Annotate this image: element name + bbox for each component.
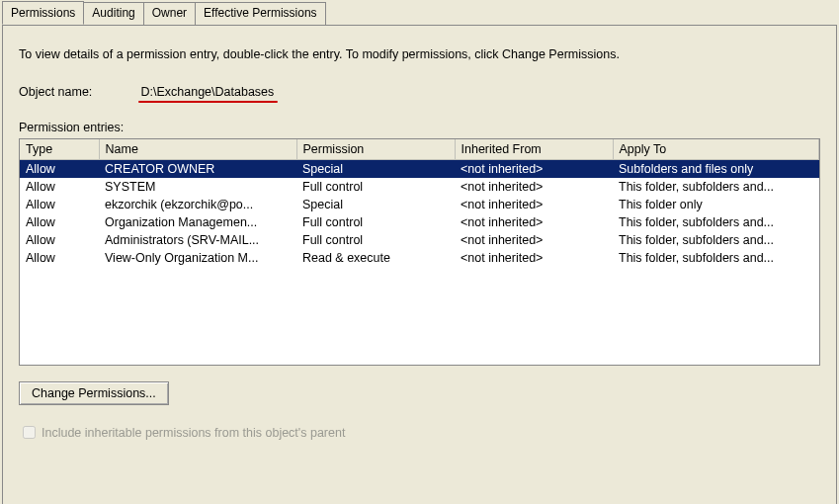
cell-permission: Read & execute (296, 249, 455, 267)
cell-name: View-Only Organization M... (99, 249, 296, 267)
cell-apply: This folder only (613, 196, 819, 213)
cell-apply: This folder, subfolders and... (613, 249, 819, 267)
include-inheritable-row: Include inheritable permissions from thi… (19, 423, 820, 442)
cell-type: Allow (20, 178, 99, 196)
cell-inherited: <not inherited> (455, 196, 613, 213)
include-inheritable-checkbox (23, 426, 36, 439)
tab-panel-permissions: To view details of a permission entry, d… (2, 25, 837, 504)
col-inherited-from[interactable]: Inherited From (455, 139, 613, 160)
cell-name: Administrators (SRV-MAIL... (99, 231, 296, 249)
cell-apply: Subfolders and files only (613, 160, 819, 179)
col-name[interactable]: Name (99, 139, 296, 160)
cell-type: Allow (20, 196, 99, 213)
entries-label: Permission entries: (19, 121, 820, 134)
instructions-text: To view details of a permission entry, d… (19, 47, 820, 61)
cell-permission: Full control (296, 178, 455, 196)
cell-inherited: <not inherited> (455, 160, 613, 179)
permission-entries-grid[interactable]: Type Name Permission Inherited From Appl… (19, 138, 820, 366)
col-permission[interactable]: Permission (296, 139, 455, 160)
object-name-row: Object name: D:\Exchange\Databases (19, 85, 820, 99)
object-name-label: Object name: (19, 85, 137, 99)
table-row[interactable]: AllowView-Only Organization M...Read & e… (20, 249, 819, 267)
cell-name: SYSTEM (99, 178, 296, 196)
cell-inherited: <not inherited> (455, 213, 613, 231)
cell-permission: Special (296, 160, 455, 179)
cell-type: Allow (20, 231, 99, 249)
tab-owner[interactable]: Owner (143, 2, 196, 25)
tab-effective-permissions[interactable]: Effective Permissions (195, 2, 326, 25)
cell-inherited: <not inherited> (455, 231, 613, 249)
col-apply-to[interactable]: Apply To (613, 139, 819, 160)
tab-bar: Permissions Auditing Owner Effective Per… (0, 0, 839, 25)
cell-type: Allow (20, 213, 99, 231)
cell-type: Allow (20, 160, 99, 179)
cell-name: CREATOR OWNER (99, 160, 296, 179)
cell-type: Allow (20, 249, 99, 267)
table-row[interactable]: Allowekzorchik (ekzorchik@po...Special<n… (20, 196, 819, 213)
cell-inherited: <not inherited> (455, 249, 613, 267)
cell-apply: This folder, subfolders and... (613, 178, 819, 196)
cell-permission: Full control (296, 231, 455, 249)
table-row[interactable]: AllowSYSTEMFull control<not inherited>Th… (20, 178, 819, 196)
tab-auditing[interactable]: Auditing (83, 2, 143, 25)
cell-apply: This folder, subfolders and... (613, 213, 819, 231)
include-inheritable-label: Include inheritable permissions from thi… (42, 426, 345, 440)
table-row[interactable]: AllowCREATOR OWNERSpecial<not inherited>… (20, 160, 819, 179)
cell-apply: This folder, subfolders and... (613, 231, 819, 249)
tab-permissions[interactable]: Permissions (2, 1, 84, 25)
change-permissions-button[interactable]: Change Permissions... (19, 381, 169, 405)
column-header-row[interactable]: Type Name Permission Inherited From Appl… (20, 139, 819, 160)
table-row[interactable]: AllowOrganization Managemen...Full contr… (20, 213, 819, 231)
object-name-value: D:\Exchange\Databases (140, 85, 274, 99)
table-row[interactable]: AllowAdministrators (SRV-MAIL...Full con… (20, 231, 819, 249)
cell-permission: Full control (296, 213, 455, 231)
cell-name: ekzorchik (ekzorchik@po... (99, 196, 296, 213)
col-type[interactable]: Type (20, 139, 99, 160)
cell-name: Organization Managemen... (99, 213, 296, 231)
cell-permission: Special (296, 196, 455, 213)
cell-inherited: <not inherited> (455, 178, 613, 196)
